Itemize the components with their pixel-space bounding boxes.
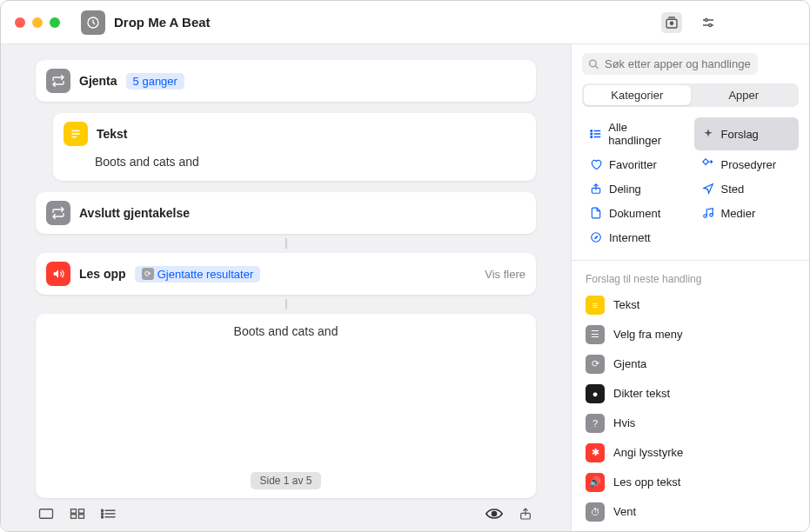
- search-input[interactable]: [582, 53, 758, 75]
- svg-point-18: [591, 133, 592, 135]
- actions-sidebar: Kategorier Apper Alle handlingerForslagF…: [571, 44, 809, 531]
- category-dokument[interactable]: Dokument: [582, 203, 687, 223]
- page-indicator: Side 1 av 5: [251, 472, 320, 489]
- category-sted[interactable]: Sted: [694, 178, 800, 199]
- svg-rect-9: [71, 515, 77, 519]
- svg-rect-6: [40, 509, 53, 519]
- text-icon: [64, 122, 88, 146]
- svg-rect-7: [71, 509, 77, 514]
- media-icon: [701, 206, 715, 220]
- preview-text: Boots and cats and: [234, 324, 338, 338]
- library-icon[interactable]: [661, 12, 682, 33]
- suggestion-item[interactable]: ⏱Vent: [580, 497, 800, 527]
- share-result-icon[interactable]: [515, 505, 536, 522]
- sparkle-icon: [701, 127, 715, 141]
- suggestion-item[interactable]: ⟳Gjenta: [580, 349, 800, 379]
- list-icon: [589, 127, 602, 141]
- window-controls: [15, 17, 60, 28]
- suggestion-icon: ≡: [586, 296, 605, 315]
- svg-rect-10: [79, 515, 84, 519]
- document-icon: [589, 206, 603, 220]
- suggestion-item[interactable]: ⚠Vis varsel: [580, 527, 800, 531]
- settings-sliders-icon[interactable]: [698, 12, 719, 33]
- procedure-icon: [701, 157, 715, 171]
- location-icon: [701, 182, 715, 196]
- repeat-count-token[interactable]: 5 ganger: [126, 73, 184, 90]
- view-list-icon[interactable]: [98, 505, 119, 522]
- svg-point-19: [591, 136, 592, 138]
- repeat-icon: [46, 69, 70, 93]
- svg-point-3: [671, 22, 673, 24]
- speak-action[interactable]: Les opp ⟳ Gjentatte resultater Vis flere: [36, 253, 536, 295]
- category-medier[interactable]: Medier: [694, 203, 800, 223]
- category-alle-handlinger[interactable]: Alle handlinger: [582, 117, 687, 150]
- editor-canvas: Gjenta 5 ganger Tekst Boots and cats and…: [1, 44, 571, 531]
- category-forslag[interactable]: Forslag: [694, 117, 800, 150]
- svg-point-4: [705, 18, 707, 21]
- category-prosedyrer[interactable]: Prosedyrer: [694, 154, 800, 175]
- suggestions-header: Forslag til neste handling: [572, 268, 809, 290]
- suggestion-icon: ●: [586, 384, 605, 403]
- svg-point-17: [591, 130, 592, 132]
- text-action[interactable]: Tekst Boots and cats and: [53, 113, 536, 181]
- close-window[interactable]: [15, 17, 25, 28]
- svg-point-13: [101, 516, 103, 518]
- suggestion-item[interactable]: 🔊Les opp tekst: [580, 468, 800, 497]
- share-icon: [589, 182, 603, 196]
- svg-point-11: [101, 509, 103, 511]
- suggestions-list: ≡Tekst☰Velg fra meny⟳Gjenta●Dikter tekst…: [572, 290, 809, 531]
- text-input[interactable]: Boots and cats and: [53, 155, 536, 181]
- category-favoritter[interactable]: Favoritter: [582, 154, 687, 175]
- end-repeat-icon: [46, 201, 70, 225]
- suggestion-icon: ⏱: [586, 502, 605, 522]
- editor-toolbar: [36, 498, 536, 522]
- preview-panel: Boots and cats and Side 1 av 5: [36, 314, 536, 498]
- tab-apps[interactable]: Apper: [691, 85, 798, 105]
- svg-point-12: [101, 513, 103, 515]
- search-icon: [588, 58, 599, 70]
- category-internett[interactable]: Internett: [582, 227, 687, 248]
- speak-label: Les opp: [79, 267, 126, 281]
- suggestion-item[interactable]: ≡Tekst: [580, 290, 800, 320]
- svg-rect-8: [79, 509, 84, 514]
- suggestion-item[interactable]: ?Hvis: [580, 409, 800, 438]
- safari-icon: [589, 230, 603, 244]
- suggestion-item[interactable]: ☰Velg fra meny: [580, 320, 800, 349]
- shortcut-icon: [81, 10, 105, 35]
- preview-eye-icon[interactable]: [484, 505, 505, 522]
- sidebar-toolbar: [571, 1, 809, 44]
- svg-rect-20: [702, 159, 708, 165]
- suggestion-icon: ?: [586, 414, 605, 433]
- speak-token[interactable]: ⟳ Gjentatte resultater: [135, 266, 261, 283]
- svg-point-5: [709, 23, 712, 26]
- svg-point-16: [590, 60, 597, 67]
- category-grid: Alle handlingerForslagFavoritterProsedyr…: [572, 117, 809, 260]
- heart-icon: [589, 157, 603, 171]
- view-single-icon[interactable]: [36, 505, 57, 522]
- suggestion-item[interactable]: ●Dikter tekst: [580, 379, 800, 409]
- svg-point-14: [492, 512, 497, 516]
- repeat-label: Gjenta: [79, 74, 117, 88]
- svg-point-22: [703, 215, 706, 218]
- divider: [572, 260, 809, 261]
- suggestion-icon: ⟳: [586, 355, 605, 374]
- show-more-button[interactable]: Vis flere: [485, 268, 525, 281]
- text-label: Tekst: [97, 127, 128, 141]
- variable-icon: ⟳: [142, 268, 154, 280]
- suggestion-icon: ✱: [586, 443, 605, 462]
- zoom-window[interactable]: [50, 17, 60, 28]
- tab-categories[interactable]: Kategorier: [584, 85, 691, 105]
- minimize-window[interactable]: [32, 17, 43, 28]
- end-repeat-action[interactable]: Avslutt gjentakelse: [36, 192, 536, 234]
- connector-line: [285, 238, 287, 249]
- suggestion-icon: 🔊: [586, 473, 605, 492]
- suggestion-icon: ☰: [586, 325, 605, 344]
- repeat-action[interactable]: Gjenta 5 ganger: [36, 60, 536, 102]
- view-grid-icon[interactable]: [67, 505, 88, 522]
- connector-line: [285, 299, 287, 309]
- category-deling[interactable]: Deling: [582, 178, 687, 199]
- segmented-control: Kategorier Apper: [582, 83, 799, 107]
- svg-point-23: [709, 214, 713, 217]
- end-repeat-label: Avslutt gjentakelse: [79, 206, 190, 220]
- suggestion-item[interactable]: ✱Angi lysstyrke: [580, 438, 800, 468]
